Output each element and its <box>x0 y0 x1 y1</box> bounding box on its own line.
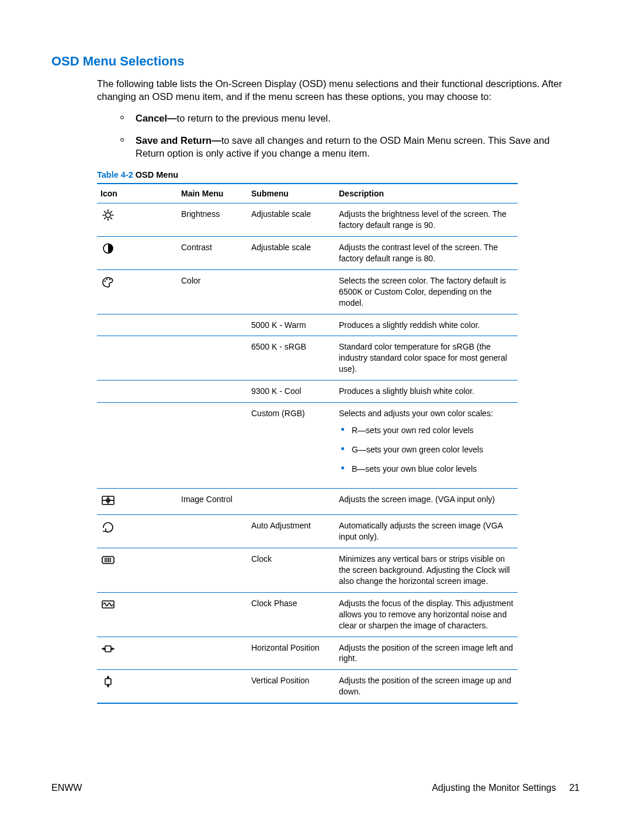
row-9300k: 9300 K - Cool Produces a slightly bluish… <box>97 381 518 403</box>
footer-page-number: 21 <box>569 783 580 793</box>
row-6500k: 6500 K - sRGB Standard color temperature… <box>97 336 518 381</box>
option-save-bold: Save and Return— <box>136 135 221 146</box>
col-desc-header: Description <box>335 184 518 203</box>
cell-sub: Clock <box>248 548 335 593</box>
row-color: Color Selects the screen color. The fact… <box>97 269 518 314</box>
cell-desc: Adjusts the screen image. (VGA input onl… <box>335 488 518 515</box>
svg-rect-26 <box>105 679 111 685</box>
svg-line-5 <box>105 212 106 213</box>
svg-point-10 <box>105 281 106 282</box>
footer-left: ENWW <box>51 783 82 793</box>
col-main-header: Main Menu <box>178 184 248 203</box>
cell-sub: Vertical Position <box>248 670 335 703</box>
row-horizontal-position: Horizontal Position Adjusts the position… <box>97 637 518 670</box>
footer-section: Adjusting the Monitor Settings <box>432 783 556 793</box>
color-icon <box>100 275 116 288</box>
clock-phase-icon <box>100 598 116 611</box>
custom-r: R—sets your own red color levels <box>339 425 514 436</box>
cell-desc: Adjusts the contrast level of the screen… <box>335 237 518 270</box>
cell-desc: Selects the screen color. The factory de… <box>335 269 518 314</box>
svg-line-7 <box>110 212 112 213</box>
cell-desc: Adjusts the brightness level of the scre… <box>335 203 518 237</box>
option-cancel-bold: Cancel— <box>136 113 177 123</box>
clock-icon <box>100 554 116 566</box>
section-heading: OSD Menu Selections <box>51 54 580 69</box>
row-clock: Clock Minimizes any vertical bars or str… <box>97 548 518 593</box>
row-custom-rgb: Custom (RGB) Selects and adjusts your ow… <box>97 403 518 489</box>
cell-desc: Produces a slightly bluish white color. <box>335 381 518 403</box>
cell-desc: Adjusts the position of the screen image… <box>335 637 518 670</box>
cell-main: Image Control <box>178 488 248 515</box>
vertical-position-icon <box>100 675 116 688</box>
row-brightness: Brightness Adjustable scale Adjusts the … <box>97 203 518 237</box>
option-save-return: Save and Return—to save all changes and … <box>120 134 580 160</box>
table-caption: Table 4-2 OSD Menu <box>51 170 580 179</box>
table-caption-label: Table 4-2 <box>97 170 133 179</box>
row-vertical-position: Vertical Position Adjusts the position o… <box>97 670 518 703</box>
options-list: Cancel—to return to the previous menu le… <box>51 112 580 160</box>
cell-sub: 5000 K - Warm <box>248 314 335 336</box>
cell-desc: Automatically adjusts the screen image (… <box>335 515 518 548</box>
page-footer: ENWW Adjusting the Monitor Settings 21 <box>51 783 580 793</box>
custom-b: B—sets your own blue color levels <box>339 464 514 475</box>
cell-sub: 6500 K - sRGB <box>248 336 335 381</box>
cell-sub: Clock Phase <box>248 592 335 637</box>
col-sub-header: Submenu <box>248 184 335 203</box>
cell-sub: Adjustable scale <box>248 203 335 237</box>
cell-sub: Auto Adjustment <box>248 515 335 548</box>
cell-sub: Custom (RGB) <box>248 403 335 489</box>
cell-sub: Horizontal Position <box>248 637 335 670</box>
cell-main: Brightness <box>178 203 248 237</box>
svg-rect-23 <box>105 646 111 652</box>
row-5000k: 5000 K - Warm Produces a slightly reddis… <box>97 314 518 336</box>
brightness-icon <box>100 209 116 222</box>
svg-line-8 <box>105 218 106 219</box>
osd-menu-table: Icon Main Menu Submenu Description Brigh… <box>97 183 518 704</box>
cell-main: Color <box>178 269 248 314</box>
image-control-icon <box>100 494 116 507</box>
table-header-row: Icon Main Menu Submenu Description <box>97 184 518 203</box>
cell-desc: Produces a slightly reddish white color. <box>335 314 518 336</box>
row-auto-adjustment: Auto Adjustment Automatically adjusts th… <box>97 515 518 548</box>
cell-desc: Adjusts the position of the screen image… <box>335 670 518 703</box>
custom-desc-text: Selects and adjusts your own color scale… <box>339 409 493 418</box>
horizontal-position-icon <box>100 642 116 655</box>
contrast-icon <box>100 242 116 255</box>
svg-point-0 <box>106 213 110 217</box>
intro-paragraph: The following table lists the On-Screen … <box>51 77 580 103</box>
row-image-control: Image Control Adjusts the screen image. … <box>97 488 518 515</box>
cell-desc: Adjusts the focus of the display. This a… <box>335 592 518 637</box>
option-cancel: Cancel—to return to the previous menu le… <box>120 112 580 125</box>
custom-rgb-list: R—sets your own red color levels G—sets … <box>339 425 514 475</box>
table-caption-name: OSD Menu <box>133 170 178 179</box>
row-contrast: Contrast Adjustable scale Adjusts the co… <box>97 237 518 270</box>
cell-desc: Minimizes any vertical bars or strips vi… <box>335 548 518 593</box>
custom-g: G—sets your own green color levels <box>339 444 514 455</box>
cell-desc: Selects and adjusts your own color scale… <box>335 403 518 489</box>
auto-adjustment-icon <box>100 520 116 533</box>
svg-rect-17 <box>102 556 114 564</box>
cell-sub: 9300 K - Cool <box>248 381 335 403</box>
cell-main: Contrast <box>178 237 248 270</box>
option-cancel-text: to return to the previous menu level. <box>177 113 331 123</box>
svg-line-6 <box>110 218 112 219</box>
row-clock-phase: Clock Phase Adjusts the focus of the dis… <box>97 592 518 637</box>
cell-desc: Standard color temperature for sRGB (the… <box>335 336 518 381</box>
footer-right: Adjusting the Monitor Settings 21 <box>432 783 580 793</box>
col-icon-header: Icon <box>97 184 178 203</box>
svg-point-11 <box>106 278 108 280</box>
cell-sub: Adjustable scale <box>248 237 335 270</box>
svg-point-12 <box>109 279 111 281</box>
